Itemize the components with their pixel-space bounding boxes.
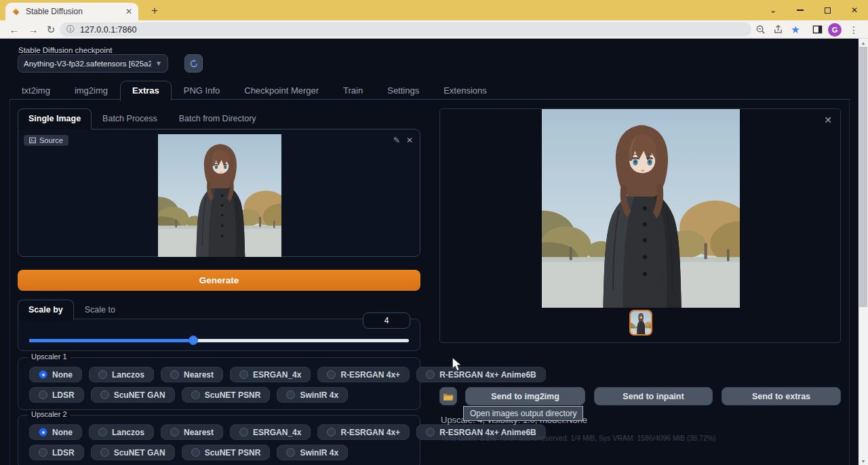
upscaler2-option-r-esrgan-4x[interactable]: R-ESRGAN 4x+ [317, 424, 410, 440]
generate-button[interactable]: Generate [18, 270, 420, 291]
window-minimize-button[interactable] [787, 0, 814, 20]
source-image-dropzone[interactable]: Source ✎ ✕ [18, 129, 420, 257]
scale-tab-bar: Scale by Scale to [18, 300, 126, 321]
upscaler2-option-swinir-4x[interactable]: SwinIR 4x [277, 445, 348, 460]
address-bar[interactable]: ⓘ 127.0.0.1:7860 [60, 22, 751, 37]
slider-thumb[interactable] [189, 336, 198, 345]
clear-image-icon[interactable]: ✕ [406, 136, 413, 145]
source-chip: Source [24, 135, 68, 146]
tab-extras[interactable]: Extras [120, 81, 172, 101]
page-scrollbar[interactable]: ▲ ▼ [859, 39, 868, 465]
tab-checkpoint-merger[interactable]: Checkpoint Merger [232, 81, 331, 101]
thumbnail-image [631, 311, 651, 334]
tab-scale-by[interactable]: Scale by [18, 300, 74, 321]
upscaler2-option-lanczos[interactable]: Lanczos [89, 424, 154, 440]
upscaler1-option-esrgan-4x[interactable]: ESRGAN_4x [230, 367, 311, 382]
avatar[interactable]: G [826, 20, 844, 39]
checkpoint-label: Stable Diffusion checkpoint [18, 46, 113, 54]
slider-fill [29, 339, 193, 342]
bookmark-star-icon[interactable]: ★ [787, 20, 804, 39]
tab-batch-from-directory[interactable]: Batch from Directory [168, 108, 267, 129]
send-to-img2img-button[interactable]: Send to img2img [465, 387, 585, 405]
upscaler-1-row-2: LDSR ScuNET GAN ScuNET PSNR SwinIR 4x [29, 387, 409, 403]
upscaler-1-legend: Upscaler 1 [28, 352, 71, 361]
folder-icon [443, 392, 454, 401]
send-to-extras-button[interactable]: Send to extras [722, 387, 841, 405]
upscaler2-option-none[interactable]: None [29, 424, 82, 440]
window-maximize-button[interactable] [814, 0, 841, 20]
upscaler2-option-scunet-psnr[interactable]: ScuNET PSNR [182, 445, 271, 460]
side-panel-icon[interactable] [808, 20, 826, 39]
radio-icon [170, 370, 179, 379]
refresh-checkpoint-button[interactable] [184, 54, 203, 73]
tab-batch-process[interactable]: Batch Process [92, 108, 168, 129]
resize-slider[interactable] [29, 336, 409, 345]
tab-extensions[interactable]: Extensions [431, 81, 499, 101]
scrollbar-thumb[interactable] [859, 47, 867, 307]
send-to-inpaint-button[interactable]: Send to inpaint [594, 387, 713, 405]
tab-train[interactable]: Train [331, 81, 375, 101]
zoom-icon[interactable] [751, 20, 769, 39]
tab-settings[interactable]: Settings [375, 81, 431, 101]
reload-icon[interactable]: ↻ [42, 20, 60, 39]
edit-pencil-icon[interactable]: ✎ [393, 136, 400, 145]
source-label: Source [39, 136, 63, 144]
source-image[interactable] [158, 134, 281, 257]
upscaler1-option-scunet-psnr[interactable]: ScuNET PSNR [182, 387, 271, 403]
tab-close-icon[interactable]: ✕ [125, 7, 132, 16]
browser-tab[interactable]: Stable Diffusion ✕ [5, 3, 138, 20]
upscaler2-option-esrgan-4x[interactable]: ESRGAN_4x [230, 424, 311, 440]
upscaler1-option-scunet-gan[interactable]: ScuNET GAN [91, 387, 175, 403]
screen: { "browser": { "tab_title": "Stable Diff… [0, 0, 868, 465]
upscaler2-option-scunet-gan[interactable]: ScuNET GAN [91, 445, 175, 460]
open-output-folder-button[interactable] [439, 387, 457, 405]
upscaler1-option-none[interactable]: None [29, 367, 82, 382]
scroll-up-icon[interactable]: ▲ [859, 39, 868, 47]
tab-search-icon[interactable]: ⌄ [760, 0, 787, 20]
tooltip: Open images output directory [463, 406, 583, 421]
favicon-icon [12, 7, 20, 16]
browser-menu-icon[interactable]: ⋮ [846, 20, 861, 39]
upscaler-2-row-1: None Lanczos Nearest ESRGAN_4x R-ESRGAN … [29, 424, 409, 440]
browser-tab-title: Stable Diffusion [26, 7, 120, 16]
upscaler1-option-lanczos[interactable]: Lanczos [89, 367, 154, 382]
upscaler1-option-ldsr[interactable]: LDSR [29, 387, 84, 403]
upscaler2-option-ldsr[interactable]: LDSR [29, 445, 84, 460]
back-icon[interactable]: ← [5, 20, 23, 39]
performance-info-text: Time taken: 1.29s Torch active/reserved:… [441, 434, 716, 442]
upscaler-1-group: Upscaler 1 None Lanczos Nearest ESRGAN_4… [18, 357, 420, 410]
radio-icon [239, 370, 248, 379]
new-tab-button[interactable]: + [146, 3, 163, 19]
gallery-close-icon[interactable]: ✕ [824, 115, 832, 125]
browser-tabstrip: Stable Diffusion ✕ + ⌄ ✕ [0, 0, 868, 20]
result-image[interactable] [542, 109, 740, 308]
upscaler1-option-swinir-4x[interactable]: SwinIR 4x [277, 387, 348, 403]
upscaler1-option-r-esrgan-4x[interactable]: R-ESRGAN 4x+ [317, 367, 410, 382]
tab-scale-to[interactable]: Scale to [74, 300, 126, 321]
site-info-icon[interactable]: ⓘ [66, 24, 75, 35]
radio-icon [98, 370, 107, 379]
tab-png-info[interactable]: PNG Info [172, 81, 232, 101]
main-tab-bar: txt2img img2img Extras PNG Info Checkpoi… [9, 81, 499, 101]
upscaler1-option-nearest[interactable]: Nearest [161, 367, 223, 382]
share-icon[interactable] [769, 20, 787, 39]
scroll-down-icon[interactable]: ▼ [859, 457, 868, 465]
radio-icon [39, 390, 47, 399]
extras-output-column: ✕ Send to img2img Send to inpaint Send t… [439, 108, 841, 465]
mode-tab-bar: Single Image Batch Process Batch from Di… [18, 108, 267, 129]
radio-icon [426, 428, 435, 437]
radio-icon [170, 428, 179, 437]
tab-img2img[interactable]: img2img [62, 81, 120, 101]
resize-group: Resize 4 [18, 319, 420, 351]
tab-single-image[interactable]: Single Image [18, 108, 92, 129]
extras-input-column: Single Image Batch Process Batch from Di… [18, 108, 420, 465]
forward-icon[interactable]: → [24, 20, 42, 39]
tab-txt2img[interactable]: txt2img [9, 81, 62, 101]
radio-icon [286, 390, 295, 399]
window-close-button[interactable]: ✕ [841, 0, 868, 20]
radio-icon [239, 428, 248, 437]
checkpoint-dropdown[interactable]: Anything-V3-fp32.safetensors [625a2ba2] … [18, 54, 168, 73]
upscaler2-option-nearest[interactable]: Nearest [161, 424, 223, 440]
result-thumbnail[interactable] [629, 310, 652, 336]
resize-number-input[interactable]: 4 [363, 312, 410, 329]
